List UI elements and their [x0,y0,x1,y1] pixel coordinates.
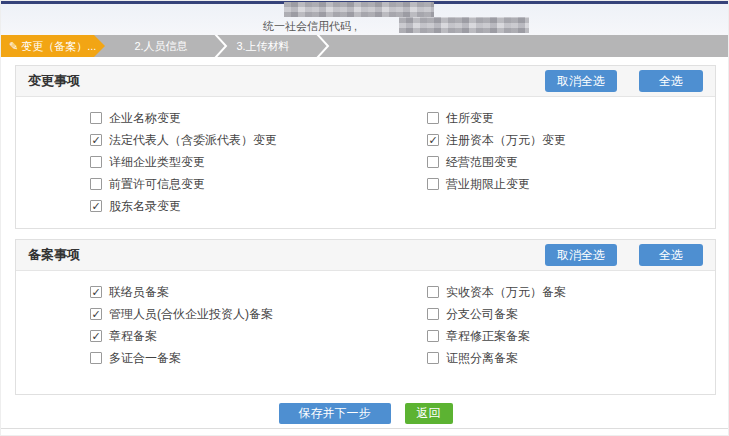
checkbox-checked[interactable]: ✓ [90,308,102,320]
checkbox-item[interactable]: 经营范围变更 [427,151,566,173]
checkbox-label: 章程备案 [109,328,157,345]
checkbox-checked[interactable]: ✓ [90,200,102,212]
checkbox-unchecked[interactable] [427,178,439,190]
checkbox-item[interactable]: ✓章程备案 [90,325,273,347]
checkbox-label: 章程修正案备案 [446,328,530,345]
checkbox-unchecked[interactable] [427,156,439,168]
checkbox-unchecked[interactable] [427,308,439,320]
checkbox-label: 管理人员(合伙企业投资人)备案 [109,306,273,323]
checkbox-label: 营业期限止变更 [446,176,530,193]
checkbox-unchecked[interactable] [90,352,102,364]
checkbox-item[interactable]: ✓管理人员(合伙企业投资人)备案 [90,303,273,325]
section-filing-items: 备案事项 取消全选 全选 ✓联络员备案✓管理人员(合伙企业投资人)备案✓章程备案… [15,239,716,395]
checkbox-item[interactable]: 证照分离备案 [427,347,566,369]
checkbox-label: 详细企业类型变更 [109,154,205,171]
checkbox-checked[interactable]: ✓ [90,134,102,146]
step-personnel-info[interactable]: 2.人员信息 [111,35,211,57]
save-and-next-button[interactable]: 保存并下一步 [279,403,391,424]
pencil-icon: ✎ [9,40,18,53]
step-change-filing[interactable]: ✎ 变更（备案）... [1,35,105,57]
checkbox-unchecked[interactable] [90,178,102,190]
step-label: 变更（备案）... [21,39,96,54]
checkbox-label: 法定代表人（含委派代表）变更 [109,132,277,149]
section-header: 变更事项 取消全选 全选 [16,66,715,97]
checkbox-item[interactable]: 实收资本（万元）备案 [427,281,566,303]
checkbox-column-left: ✓联络员备案✓管理人员(合伙企业投资人)备案✓章程备案多证合一备案 [90,281,273,369]
cancel-select-all-button[interactable]: 取消全选 [545,244,617,266]
checkbox-item[interactable]: 住所变更 [427,107,566,129]
checkbox-unchecked[interactable] [90,156,102,168]
back-button[interactable]: 返回 [405,403,453,424]
checkbox-unchecked[interactable] [427,286,439,298]
checkbox-label: 多证合一备案 [109,350,181,367]
checkbox-item[interactable]: 营业期限止变更 [427,173,566,195]
page: 统一社会信用代码 , ✎ 变更（备案）... 2.人员信息 3.上传材料 变更事… [0,0,729,436]
credit-code-label: 统一社会信用代码 , [263,19,357,34]
chevron-divider-icon [213,35,229,57]
checkbox-item[interactable]: ✓股东名录变更 [90,195,277,217]
checkbox-label: 企业名称变更 [109,110,181,127]
step-wizard: ✎ 变更（备案）... 2.人员信息 3.上传材料 [1,35,729,57]
checkbox-label: 分支公司备案 [446,306,518,323]
checkbox-item[interactable]: ✓联络员备案 [90,281,273,303]
checkbox-label: 注册资本（万元）变更 [446,132,566,149]
checkbox-column-right: 实收资本（万元）备案分支公司备案章程修正案备案证照分离备案 [427,281,566,369]
checkbox-area: ✓联络员备案✓管理人员(合伙企业投资人)备案✓章程备案多证合一备案 实收资本（万… [16,271,715,281]
checkbox-label: 证照分离备案 [446,350,518,367]
step-label: 2.人员信息 [134,39,187,54]
section-title: 变更事项 [28,72,80,90]
cancel-select-all-button[interactable]: 取消全选 [545,70,617,92]
footer-divider-line [1,428,729,429]
checkbox-item[interactable]: 分支公司备案 [427,303,566,325]
checkbox-item[interactable]: ✓法定代表人（含委派代表）变更 [90,129,277,151]
checkbox-label: 股东名录变更 [109,198,181,215]
checkbox-label: 经营范围变更 [446,154,518,171]
checkbox-area: 企业名称变更✓法定代表人（含委派代表）变更详细企业类型变更前置许可信息变更✓股东… [16,97,715,107]
select-all-button[interactable]: 全选 [639,244,703,266]
redacted-company-name [284,2,434,17]
page-header-strip: 统一社会信用代码 , [1,4,729,35]
section-change-items: 变更事项 取消全选 全选 企业名称变更✓法定代表人（含委派代表）变更详细企业类型… [15,65,716,229]
checkbox-unchecked[interactable] [90,112,102,124]
checkbox-column-right: 住所变更✓注册资本（万元）变更经营范围变更营业期限止变更 [427,107,566,195]
checkbox-item[interactable]: ✓注册资本（万元）变更 [427,129,566,151]
redacted-credit-code [399,17,529,33]
checkbox-label: 联络员备案 [109,284,169,301]
checkbox-checked[interactable]: ✓ [427,134,439,146]
checkbox-label: 实收资本（万元）备案 [446,284,566,301]
checkbox-item[interactable]: 多证合一备案 [90,347,273,369]
checkbox-unchecked[interactable] [427,330,439,342]
chevron-divider-icon [315,35,331,57]
checkbox-unchecked[interactable] [427,352,439,364]
checkbox-label: 住所变更 [446,110,494,127]
section-header: 备案事项 取消全选 全选 [16,240,715,271]
step-label: 3.上传材料 [236,39,289,54]
checkbox-unchecked[interactable] [427,112,439,124]
checkbox-column-left: 企业名称变更✓法定代表人（含委派代表）变更详细企业类型变更前置许可信息变更✓股东… [90,107,277,217]
section-title: 备案事项 [28,246,80,264]
select-all-button[interactable]: 全选 [639,70,703,92]
checkbox-checked[interactable]: ✓ [90,286,102,298]
footer-actions: 保存并下一步 返回 [1,403,729,424]
checkbox-item[interactable]: 企业名称变更 [90,107,277,129]
checkbox-checked[interactable]: ✓ [90,330,102,342]
checkbox-label: 前置许可信息变更 [109,176,205,193]
checkbox-item[interactable]: 详细企业类型变更 [90,151,277,173]
checkbox-item[interactable]: 前置许可信息变更 [90,173,277,195]
checkbox-item[interactable]: 章程修正案备案 [427,325,566,347]
